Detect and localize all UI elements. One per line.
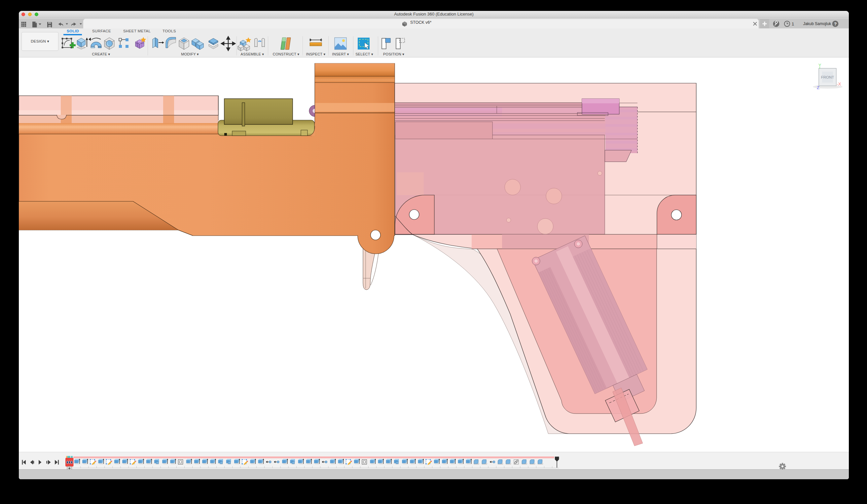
svg-text:?: ? bbox=[834, 21, 837, 26]
svg-text:1: 1 bbox=[792, 21, 794, 26]
svg-text:FRONT: FRONT bbox=[821, 75, 834, 79]
svg-text:Y: Y bbox=[818, 63, 822, 68]
svg-text:Jakub Samojluk: Jakub Samojluk bbox=[803, 21, 832, 26]
svg-text:Z: Z bbox=[817, 85, 820, 90]
svg-text:-X: -X bbox=[837, 81, 841, 87]
